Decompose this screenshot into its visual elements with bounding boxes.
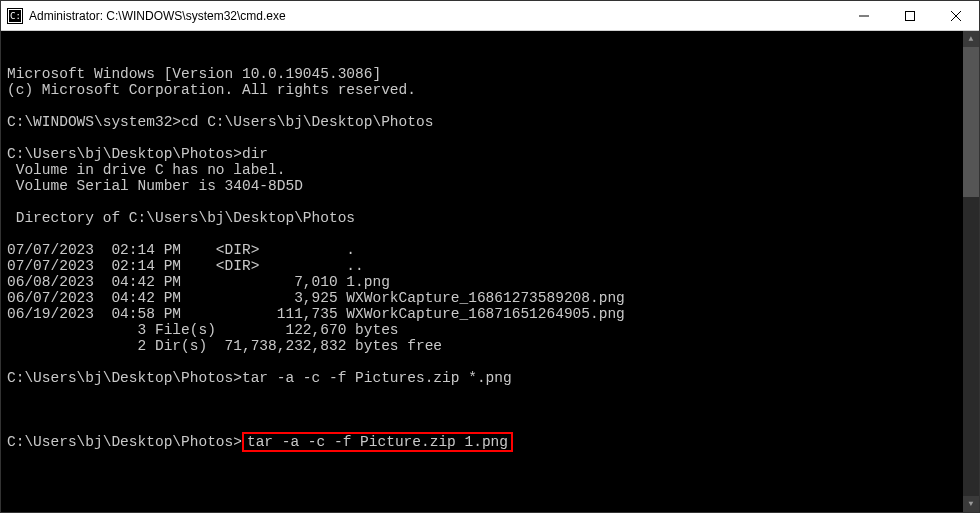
highlighted-command: tar -a -c -f Picture.zip 1.png <box>242 432 513 452</box>
scrollbar-thumb[interactable] <box>963 47 979 197</box>
terminal-blank-line <box>7 482 973 498</box>
terminal-line <box>7 354 973 370</box>
terminal-line: Volume in drive C has no label. <box>7 162 973 178</box>
minimize-button[interactable] <box>841 1 887 30</box>
terminal-highlighted-line: C:\Users\bj\Desktop\Photos>tar -a -c -f … <box>7 434 973 450</box>
terminal-line: 3 File(s) 122,670 bytes <box>7 322 973 338</box>
terminal-line <box>7 130 973 146</box>
scrollbar[interactable]: ▲ ▼ <box>963 31 979 512</box>
terminal-line: 07/07/2023 02:14 PM <DIR> . <box>7 242 973 258</box>
terminal-line <box>7 386 973 402</box>
cmd-window: C: Administrator: C:\WINDOWS\system32\cm… <box>0 0 980 513</box>
close-button[interactable] <box>933 1 979 30</box>
terminal-line: 06/07/2023 04:42 PM 3,925 WXWorkCapture_… <box>7 290 973 306</box>
scrollbar-down-arrow[interactable]: ▼ <box>963 496 979 512</box>
terminal-line: C:\WINDOWS\system32>cd C:\Users\bj\Deskt… <box>7 114 973 130</box>
terminal-line: Microsoft Windows [Version 10.0.19045.30… <box>7 66 973 82</box>
maximize-button[interactable] <box>887 1 933 30</box>
window-title: Administrator: C:\WINDOWS\system32\cmd.e… <box>29 9 841 23</box>
terminal-line: (c) Microsoft Corporation. All rights re… <box>7 82 973 98</box>
terminal-line: 2 Dir(s) 71,738,232,832 bytes free <box>7 338 973 354</box>
terminal-output[interactable]: Microsoft Windows [Version 10.0.19045.30… <box>1 31 979 512</box>
terminal-line <box>7 98 973 114</box>
terminal-line: 06/08/2023 04:42 PM 7,010 1.png <box>7 274 973 290</box>
prompt-text: C:\Users\bj\Desktop\Photos> <box>7 434 242 450</box>
terminal-lines: Microsoft Windows [Version 10.0.19045.30… <box>7 66 973 402</box>
svg-text:C:: C: <box>10 11 21 21</box>
terminal-line: 06/19/2023 04:58 PM 111,735 WXWorkCaptur… <box>7 306 973 322</box>
terminal-line <box>7 226 973 242</box>
terminal-line: 07/07/2023 02:14 PM <DIR> .. <box>7 258 973 274</box>
cmd-icon: C: <box>7 8 23 24</box>
scrollbar-up-arrow[interactable]: ▲ <box>963 31 979 47</box>
terminal-line: Directory of C:\Users\bj\Desktop\Photos <box>7 210 973 226</box>
window-controls <box>841 1 979 30</box>
terminal-line: C:\Users\bj\Desktop\Photos>dir <box>7 146 973 162</box>
terminal-line: C:\Users\bj\Desktop\Photos>tar -a -c -f … <box>7 370 973 386</box>
svg-rect-5 <box>906 11 915 20</box>
terminal-line: Volume Serial Number is 3404-8D5D <box>7 178 973 194</box>
titlebar: C: Administrator: C:\WINDOWS\system32\cm… <box>1 1 979 31</box>
terminal-line <box>7 194 973 210</box>
